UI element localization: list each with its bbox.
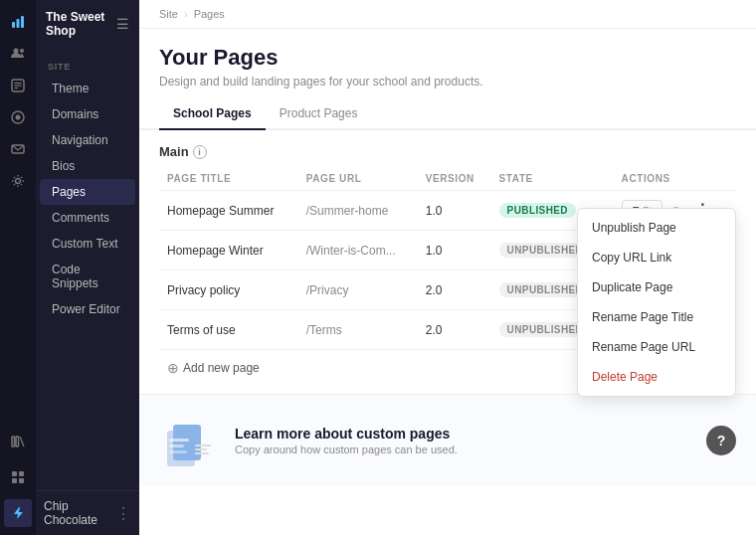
col-page-title: PAGE TITLE <box>159 167 298 191</box>
sidebar-item-comments[interactable]: Comments <box>40 205 135 231</box>
col-page-url: PAGE URL <box>298 167 418 191</box>
cell-url: /Summer-home <box>298 191 418 231</box>
analytics-icon[interactable] <box>4 8 32 36</box>
svg-rect-18 <box>19 478 24 483</box>
icon-navigation <box>0 0 36 535</box>
shop-name: The Sweet Shop <box>46 10 116 38</box>
sidebar-item-bios[interactable]: Bios <box>40 153 135 179</box>
apps-icon[interactable] <box>4 463 32 491</box>
breadcrumb-separator: › <box>184 8 188 20</box>
add-icon: ⊕ <box>167 360 179 376</box>
cell-title: Homepage Summer <box>159 191 298 231</box>
sidebar-item-custom-text[interactable]: Custom Text <box>40 231 135 257</box>
sidebar-item-code-snippets[interactable]: Code Snippets <box>40 257 135 296</box>
svg-rect-21 <box>169 439 189 442</box>
svg-rect-24 <box>195 445 211 446</box>
tabs: School Pages Product Pages <box>139 98 756 130</box>
col-actions: ACTIONS <box>614 167 736 191</box>
sidebar-navigation: SITE Theme Domains Navigation Bios Pages <box>36 48 139 490</box>
cell-url: /Terms <box>298 310 418 350</box>
library-icon[interactable] <box>4 428 32 455</box>
actions-dropdown: Unpublish PageCopy URL LinkDuplicate Pag… <box>577 208 736 397</box>
svg-rect-26 <box>195 452 209 454</box>
cell-title: Privacy policy <box>159 270 298 310</box>
pages-icon[interactable] <box>4 72 32 99</box>
svg-rect-14 <box>16 437 19 446</box>
sidebar: The Sweet Shop ☰ SITE Theme Domains Navi… <box>36 0 139 535</box>
dropdown-copy-url[interactable]: Copy URL Link <box>578 243 735 272</box>
svg-rect-0 <box>12 22 15 28</box>
cell-version: 2.0 <box>418 310 491 350</box>
state-badge: PUBLISHED <box>499 203 576 218</box>
products-icon[interactable] <box>4 103 32 131</box>
site-section-label: SITE <box>36 54 139 76</box>
page-header: Your Pages Design and build landing page… <box>139 29 756 98</box>
learn-text: Learn more about custom pages Copy aroun… <box>235 426 458 455</box>
users-icon[interactable] <box>4 40 32 68</box>
help-button[interactable]: ? <box>706 426 736 455</box>
cell-title: Terms of use <box>159 310 298 350</box>
svg-rect-13 <box>12 437 15 446</box>
svg-rect-17 <box>12 478 17 483</box>
sidebar-header: The Sweet Shop ☰ <box>36 0 139 48</box>
svg-rect-15 <box>12 471 17 476</box>
svg-rect-2 <box>21 16 24 28</box>
hamburger-icon[interactable]: ☰ <box>116 16 129 32</box>
main-content: Site › Pages Your Pages Design and build… <box>139 0 756 535</box>
dropdown-unpublish[interactable]: Unpublish Page <box>578 213 735 243</box>
cell-version: 1.0 <box>418 231 491 270</box>
learn-section: Learn more about custom pages Copy aroun… <box>139 394 756 486</box>
page-title: Your Pages <box>159 45 736 71</box>
breadcrumb-current: Pages <box>194 8 225 20</box>
user-name: Chip Chocolate <box>44 499 115 527</box>
sidebar-user: Chip Chocolate ⋮ <box>36 490 139 535</box>
sidebar-item-pages[interactable]: Pages <box>40 179 135 205</box>
breadcrumb-site[interactable]: Site <box>159 8 178 20</box>
svg-rect-16 <box>19 471 24 476</box>
dropdown-delete[interactable]: Delete Page <box>578 362 735 392</box>
tab-school-pages[interactable]: School Pages <box>159 98 266 130</box>
cell-version: 1.0 <box>418 191 491 231</box>
sidebar-item-power-editor[interactable]: Power Editor <box>40 296 135 322</box>
svg-rect-1 <box>17 19 20 28</box>
main-section-label: Main i <box>159 144 736 159</box>
table-section: Main i PAGE TITLE PAGE URL VERSION STATE… <box>139 130 756 386</box>
bolt-icon[interactable] <box>4 499 32 527</box>
dropdown-duplicate[interactable]: Duplicate Page <box>578 272 735 302</box>
svg-point-12 <box>16 179 21 184</box>
learn-title: Learn more about custom pages <box>235 426 458 442</box>
mail-icon[interactable] <box>4 135 32 163</box>
sidebar-item-domains[interactable]: Domains <box>40 101 135 127</box>
svg-point-4 <box>20 49 24 53</box>
sidebar-item-theme[interactable]: Theme <box>40 76 135 101</box>
svg-rect-25 <box>195 448 207 450</box>
svg-point-3 <box>14 49 19 54</box>
svg-rect-20 <box>173 425 201 460</box>
info-icon[interactable]: i <box>193 145 207 159</box>
user-menu-icon[interactable]: ⋮ <box>115 504 131 523</box>
learn-illustration <box>159 411 219 470</box>
tab-product-pages[interactable]: Product Pages <box>266 98 372 130</box>
settings-icon[interactable] <box>4 167 32 195</box>
cell-url: /Winter-is-Com... <box>298 231 418 270</box>
svg-rect-22 <box>169 445 184 447</box>
sidebar-item-navigation[interactable]: Navigation <box>40 127 135 153</box>
add-page-label: Add new page <box>183 361 260 375</box>
col-state: STATE <box>491 167 614 191</box>
col-version: VERSION <box>418 167 491 191</box>
page-subtitle: Design and build landing pages for your … <box>159 75 736 89</box>
cell-title: Homepage Winter <box>159 231 298 270</box>
breadcrumb: Site › Pages <box>139 0 756 29</box>
learn-subtitle: Copy around how custom pages can be used… <box>235 444 458 455</box>
svg-point-10 <box>16 115 21 120</box>
dropdown-rename-title[interactable]: Rename Page Title <box>578 302 735 332</box>
cell-url: /Privacy <box>298 270 418 310</box>
cell-version: 2.0 <box>418 270 491 310</box>
dropdown-rename-url[interactable]: Rename Page URL <box>578 332 735 362</box>
svg-rect-23 <box>169 450 187 453</box>
